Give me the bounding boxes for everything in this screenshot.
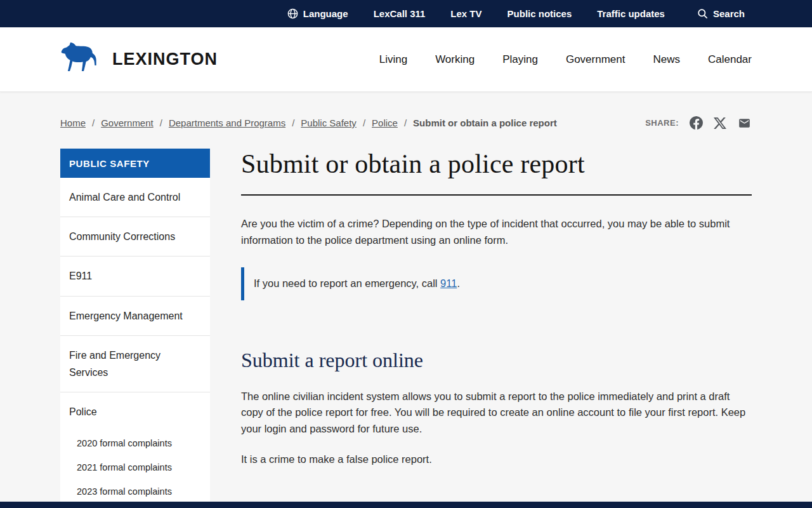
share-label: SHARE: [645, 118, 679, 128]
search-label: Search [713, 8, 745, 19]
sidebar-subitem-2020-formal-complaints[interactable]: 2020 formal complaints [60, 431, 210, 455]
false-report-paragraph: It is a crime to make a false police rep… [241, 451, 752, 468]
article: Submit or obtain a police report Are you… [241, 149, 752, 508]
breadcrumb-public-safety[interactable]: Public Safety [301, 117, 357, 128]
breadcrumb-government[interactable]: Government [101, 117, 154, 128]
nav-living[interactable]: Living [379, 53, 407, 66]
breadcrumb-row: Home / Government / Departments and Prog… [60, 92, 752, 130]
sidebar-item-community-corrections[interactable]: Community Corrections [60, 217, 210, 257]
x-twitter-icon[interactable] [714, 117, 726, 130]
emergency-callout: If you need to report an emergency, call… [241, 267, 752, 300]
email-icon[interactable] [737, 117, 752, 130]
lexcall-311-link[interactable]: LexCall 311 [374, 8, 426, 19]
nav-working[interactable]: Working [435, 53, 475, 66]
search-button[interactable]: Search [697, 8, 745, 20]
online-system-paragraph: The online civilian incident system allo… [241, 389, 752, 438]
primary-nav: Living Working Playing Government News C… [379, 53, 752, 66]
breadcrumb-separator: / [292, 117, 294, 128]
sidebar-item-e911[interactable]: E911 [60, 257, 210, 296]
page-title: Submit or obtain a police report [241, 149, 752, 179]
traffic-updates-link[interactable]: Traffic updates [597, 8, 665, 19]
callout-text: If you need to report an emergency, call [254, 277, 440, 289]
horse-logo-icon [60, 41, 101, 79]
site-logo[interactable]: LEXINGTON [60, 41, 218, 79]
page: Language LexCall 311 Lex TV Public notic… [0, 0, 812, 508]
sidebar-subitem-2021-formal-complaints[interactable]: 2021 formal complaints [60, 455, 210, 479]
breadcrumb-separator: / [92, 117, 95, 128]
breadcrumb-current-page: Submit or obtain a police report [413, 117, 557, 128]
facebook-icon[interactable] [690, 116, 703, 130]
breadcrumb-separator: / [404, 117, 407, 128]
breadcrumb-home[interactable]: Home [60, 117, 86, 128]
section-heading-submit-online: Submit a report online [241, 349, 752, 372]
sidebar-title-public-safety[interactable]: PUBLIC SAFETY [60, 149, 210, 178]
logo-wordmark: LEXINGTON [112, 50, 218, 69]
911-link[interactable]: 911 [440, 277, 457, 289]
section-sidebar: PUBLIC SAFETY Animal Care and Control Co… [60, 149, 210, 508]
breadcrumb: Home / Government / Departments and Prog… [60, 117, 557, 128]
public-notices-link[interactable]: Public notices [508, 8, 572, 19]
breadcrumb-separator: / [363, 117, 365, 128]
breadcrumb-departments[interactable]: Departments and Programs [169, 117, 285, 128]
share-bar: SHARE: [645, 116, 752, 130]
intro-paragraph: Are you the victim of a crime? Depending… [241, 216, 752, 248]
sidebar-subitem-2023-formal-complaints[interactable]: 2023 formal complaints [60, 479, 210, 504]
nav-government[interactable]: Government [566, 53, 625, 66]
sidebar-item-police[interactable]: Police [60, 392, 210, 431]
sidebar-item-emergency-management[interactable]: Emergency Management [60, 297, 210, 336]
nav-news[interactable]: News [653, 53, 680, 66]
language-menu[interactable]: Language [287, 8, 348, 20]
sidebar-item-fire-emergency-services[interactable]: Fire and Emergency Services [60, 336, 210, 392]
search-icon [697, 8, 709, 20]
nav-calendar[interactable]: Calendar [708, 53, 752, 66]
breadcrumb-separator: / [160, 117, 162, 128]
utility-bar: Language LexCall 311 Lex TV Public notic… [0, 0, 812, 27]
footer-top-edge [0, 502, 812, 508]
nav-playing[interactable]: Playing [502, 53, 538, 66]
sidebar-menu: Animal Care and Control Community Correc… [60, 178, 210, 508]
breadcrumb-police[interactable]: Police [372, 117, 398, 128]
globe-icon [287, 8, 299, 20]
content-area: PUBLIC SAFETY Animal Care and Control Co… [60, 149, 752, 508]
sidebar-item-animal-care[interactable]: Animal Care and Control [60, 178, 210, 217]
site-header: LEXINGTON Living Working Playing Governm… [0, 27, 812, 92]
language-label: Language [303, 8, 348, 19]
lex-tv-link[interactable]: Lex TV [450, 8, 481, 19]
callout-text-end: . [457, 277, 460, 289]
title-divider [241, 194, 752, 196]
